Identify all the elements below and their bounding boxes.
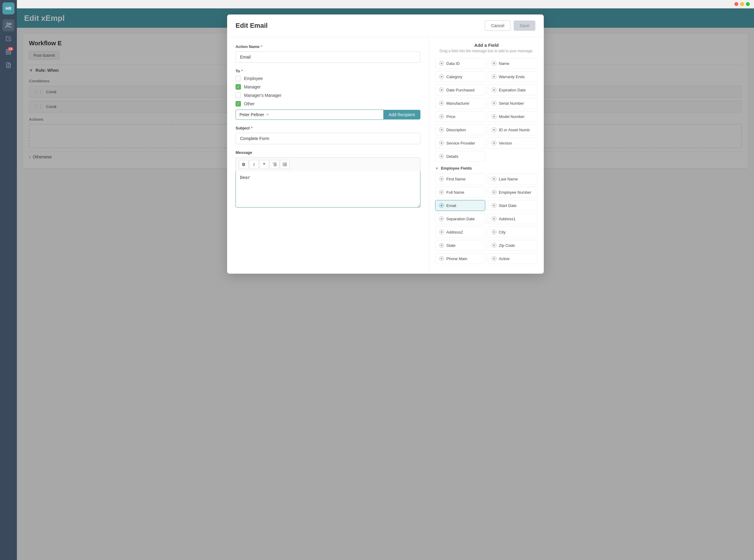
field-icon <box>439 243 444 248</box>
field-item-serial-number[interactable]: Serial Number <box>488 98 538 108</box>
employee-field-item-email[interactable]: Email <box>435 200 485 211</box>
other-checkbox[interactable] <box>236 101 241 106</box>
sidebar-logo: HR <box>2 2 15 15</box>
employee-fields-grid: First NameLast NameFull NameEmployee Num… <box>435 174 538 264</box>
svg-rect-2 <box>6 50 8 52</box>
field-item-details[interactable]: Details <box>435 151 485 162</box>
managers-manager-checkbox[interactable] <box>236 93 241 98</box>
svg-point-14 <box>283 164 284 165</box>
recipient-remove-button[interactable]: ✕ <box>266 113 269 117</box>
italic-button[interactable]: I <box>249 160 259 169</box>
managers-manager-label: Manager's Manager <box>244 93 281 98</box>
sidebar-item-tasks[interactable] <box>2 33 15 45</box>
save-button[interactable]: Save <box>514 21 535 31</box>
field-item-name[interactable]: Name <box>488 58 538 69</box>
svg-point-0 <box>7 23 9 25</box>
workflow-badge: 14 <box>8 47 13 51</box>
recipient-checkboxes: Employee Manager Manager's Manager <box>236 76 421 106</box>
blockquote-button[interactable]: ❝ <box>259 160 269 169</box>
to-group: To * Employee Manager <box>236 69 421 120</box>
window-minimize[interactable] <box>740 2 744 6</box>
employee-field-item-zip-code[interactable]: Zip Code <box>488 240 538 251</box>
employee-checkbox[interactable] <box>236 76 241 81</box>
employee-field-item-start-date[interactable]: Start Date <box>488 200 538 211</box>
employee-field-item-city[interactable]: City <box>488 226 538 237</box>
employee-field-item-employee-number[interactable]: Employee Number <box>488 187 538 198</box>
ordered-list-button[interactable]: 1. <box>270 160 279 169</box>
field-icon <box>492 243 496 248</box>
field-item-price[interactable]: Price <box>435 111 485 122</box>
unordered-list-button[interactable] <box>280 160 289 169</box>
field-icon <box>492 256 496 261</box>
employee-field-item-last-name[interactable]: Last Name <box>488 174 538 184</box>
managers-manager-checkbox-row: Manager's Manager <box>236 93 421 98</box>
subject-required: * <box>251 126 252 131</box>
window-maximize[interactable] <box>746 2 750 6</box>
field-icon <box>439 154 444 159</box>
action-name-label: Action Name * <box>236 44 421 49</box>
sidebar-item-workflows[interactable]: 14 <box>2 46 15 58</box>
employee-field-item-address1[interactable]: Address1 <box>488 213 538 224</box>
manager-checkbox[interactable] <box>236 84 241 89</box>
cancel-button[interactable]: Cancel <box>485 21 511 31</box>
sidebar-item-documents[interactable] <box>2 59 15 71</box>
add-recipient-button[interactable]: Add Recipient <box>383 110 421 119</box>
edit-email-modal: Edit Email Cancel Save Action Name <box>227 15 544 274</box>
employee-field-item-separation-date[interactable]: Separation Date <box>435 213 485 224</box>
bold-button[interactable]: B <box>239 160 248 169</box>
field-item-category[interactable]: Category <box>435 71 485 82</box>
subject-input[interactable] <box>236 133 421 144</box>
field-icon <box>492 141 496 145</box>
svg-rect-15 <box>284 164 287 165</box>
field-icon <box>492 87 496 92</box>
field-icon <box>439 190 444 195</box>
field-item-model-number[interactable]: Model Number <box>488 111 538 122</box>
employee-field-item-phone-main[interactable]: Phone Main <box>435 253 485 264</box>
field-item-manufacturer[interactable]: Manufacturer <box>435 98 485 108</box>
field-item-expiration-date[interactable]: Expiration Date <box>488 84 538 95</box>
window-close[interactable] <box>734 2 738 6</box>
message-textarea[interactable]: Dear <box>236 172 421 207</box>
other-checkbox-row: Other <box>236 101 421 106</box>
action-name-required: * <box>261 44 262 49</box>
field-icon <box>439 114 444 119</box>
sidebar-item-employees[interactable] <box>2 19 15 32</box>
sidebar: HR 14 <box>0 0 17 560</box>
field-icon <box>439 229 444 235</box>
field-icon <box>439 256 444 261</box>
field-item-description[interactable]: Description <box>435 124 485 135</box>
add-field-title: Add a Field <box>435 43 538 48</box>
recipient-input-row: Peter Peltner ✕ Add Recipient <box>236 109 421 120</box>
employee-label: Employee <box>244 76 263 81</box>
field-item-warranty-ends[interactable]: Warranty Ends <box>488 71 538 82</box>
employee-fields-chevron-icon: ▼ <box>435 166 439 170</box>
svg-rect-4 <box>9 53 11 54</box>
message-group: Message B I ❝ 1. <box>236 150 421 209</box>
field-icon <box>439 61 444 66</box>
employee-field-item-first-name[interactable]: First Name <box>435 174 485 184</box>
field-icon <box>439 127 444 132</box>
employee-field-item-address2[interactable]: Address2 <box>435 226 485 237</box>
modal-left-panel: Action Name * To * <box>227 37 429 274</box>
modal-overlay: Edit Email Cancel Save Action Name <box>17 8 754 560</box>
field-item-service-provider[interactable]: Service Provider <box>435 138 485 148</box>
field-icon <box>492 216 496 221</box>
field-icon <box>439 101 444 106</box>
field-icon <box>492 190 496 195</box>
employee-field-item-active[interactable]: Active <box>488 253 538 264</box>
field-item-date-purchased[interactable]: Date Purchased <box>435 84 485 95</box>
svg-rect-13 <box>284 163 287 163</box>
field-item-data-id[interactable]: Data ID <box>435 58 485 69</box>
modal-right-panel: Add a Field Drag a field into the messag… <box>429 37 544 274</box>
svg-text:1.: 1. <box>272 162 273 164</box>
employee-field-item-state[interactable]: State <box>435 240 485 251</box>
action-name-input[interactable] <box>236 51 421 63</box>
field-item-id-or-asset-numb[interactable]: ID or Asset Numb <box>488 124 538 135</box>
employee-checkbox-row: Employee <box>236 76 421 81</box>
modal-body: Action Name * To * <box>227 37 544 274</box>
employee-field-item-full-name[interactable]: Full Name <box>435 187 485 198</box>
employee-fields-header[interactable]: ▼ Employee Fields <box>435 166 538 171</box>
field-icon <box>439 141 444 145</box>
field-icon <box>492 61 496 66</box>
field-item-version[interactable]: Version <box>488 138 538 148</box>
